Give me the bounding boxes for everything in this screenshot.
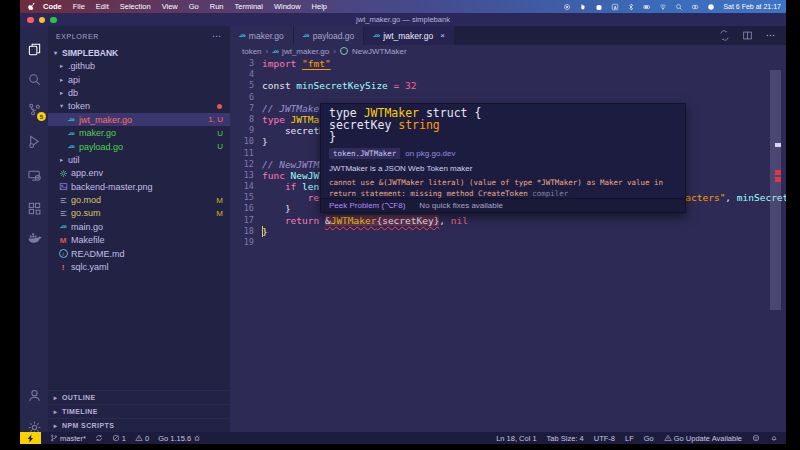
activity-account-icon[interactable] <box>20 382 48 408</box>
menu-item-file[interactable]: File <box>73 2 85 11</box>
status-go-1-15-6[interactable]: Go 1.15.6 <box>158 434 201 443</box>
tree-item-jwt-maker-go[interactable]: -∞jwt_maker.go1, U <box>48 113 230 126</box>
tab-maker-go[interactable]: -∞maker.go <box>230 26 294 45</box>
tree-item-util[interactable]: ▸util <box>48 153 230 166</box>
activity-search-icon[interactable] <box>20 66 48 92</box>
tab-jwt_maker-go[interactable]: -∞jwt_maker.go× <box>364 26 455 46</box>
line-number[interactable]: 8 <box>230 114 254 125</box>
status-0[interactable]: 0 <box>135 434 149 443</box>
menu-item-code[interactable]: Code <box>43 2 62 11</box>
activity-docker-icon[interactable] <box>20 224 48 250</box>
code-line-5[interactable]: 5const minSecretKeySize = 32 <box>230 80 786 91</box>
remote-indicator[interactable] <box>20 432 41 444</box>
status-smiley[interactable] <box>752 434 760 442</box>
menu-item-run[interactable]: Run <box>210 2 224 11</box>
line-number[interactable]: 15 <box>230 192 254 203</box>
tooltip-pkg-link[interactable]: on pkg.go.dev <box>405 149 455 158</box>
line-number[interactable]: 9 <box>230 125 254 136</box>
line-number[interactable]: 11 <box>230 148 254 159</box>
tree-item-payload-go[interactable]: -∞payload.goU <box>48 140 230 153</box>
tree-item-go-sum[interactable]: go.sumM <box>48 207 230 220</box>
tree-item-readme-md[interactable]: iREADME.md <box>48 247 230 260</box>
editor-scrollbar[interactable] <box>770 70 781 310</box>
section-outline[interactable]: ▸OUTLINE <box>48 390 230 404</box>
status-go[interactable]: Go <box>644 434 654 443</box>
status-1[interactable]: 1 <box>112 434 126 443</box>
breadcrumb-file[interactable]: jwt_maker.go <box>282 47 329 56</box>
activity-extensions-icon[interactable] <box>20 195 48 221</box>
code-editor[interactable]: 3import "fmt"45const minSecretKeySize = … <box>230 57 786 432</box>
line-number[interactable]: 7 <box>230 103 254 114</box>
minimize-window-button[interactable] <box>39 17 46 24</box>
status-master-[interactable]: master* <box>50 434 86 443</box>
line-number[interactable]: 12 <box>230 159 254 170</box>
tree-item-backend-master-png[interactable]: backend-master.png <box>48 180 230 193</box>
menu-item-edit[interactable]: Edit <box>96 2 109 11</box>
code-line-6[interactable]: 6 <box>230 92 786 103</box>
close-window-button[interactable] <box>27 17 34 24</box>
chevron-right-icon: ▸ <box>58 63 64 70</box>
open-changes-icon[interactable] <box>719 27 730 45</box>
code-line-18[interactable]: 18} <box>230 226 786 237</box>
code-line-3[interactable]: 3import "fmt" <box>230 58 786 69</box>
tree-item-main-go[interactable]: -∞main.go <box>48 220 230 233</box>
status-go-update-available[interactable]: Go Update Available <box>664 434 742 443</box>
line-number[interactable]: 3 <box>230 58 254 69</box>
activity-remote-explorer-icon[interactable] <box>20 162 48 188</box>
line-number[interactable]: 17 <box>230 215 254 226</box>
status-bell[interactable] <box>770 434 778 442</box>
menu-item-selection[interactable]: Selection <box>120 2 151 11</box>
status-sync[interactable] <box>95 434 103 442</box>
tree-item-db[interactable]: ▸db <box>48 86 230 99</box>
tree-item-token[interactable]: ▾token <box>48 100 230 113</box>
menu-item-view[interactable]: View <box>162 2 178 11</box>
section-timeline[interactable]: ▸TIMELINE <box>48 404 230 418</box>
explorer-more-actions-icon[interactable]: ⋯ <box>212 31 222 41</box>
status-ln-18-col-1[interactable]: Ln 18, Col 1 <box>496 434 536 443</box>
line-number[interactable]: 16 <box>230 203 254 214</box>
line-number[interactable]: 6 <box>230 92 254 103</box>
close-tab-icon[interactable]: × <box>440 31 445 40</box>
activity-explorer-icon[interactable] <box>20 36 48 62</box>
line-number[interactable]: 5 <box>230 80 254 91</box>
breadcrumb-folder[interactable]: token <box>242 47 262 56</box>
line-number[interactable]: 4 <box>230 69 254 80</box>
status-tab-size-4[interactable]: Tab Size: 4 <box>547 434 584 443</box>
tree-item-app-env[interactable]: app.env <box>48 167 230 180</box>
code-line-4[interactable]: 4 <box>230 69 786 80</box>
activity-run-and-debug-icon[interactable] <box>20 128 48 154</box>
status-bar: master*10Go 1.15.6 Ln 18, Col 1Tab Size:… <box>20 432 786 444</box>
zoom-window-button[interactable] <box>50 17 57 24</box>
tree-item-sqlc-yaml[interactable]: !sqlc.yaml <box>48 260 230 273</box>
status-lf[interactable]: LF <box>625 434 634 443</box>
split-editor-icon[interactable] <box>742 27 753 45</box>
menu-item-go[interactable]: Go <box>189 2 199 11</box>
activity-source-control-icon[interactable]: 5 <box>20 96 48 122</box>
line-number[interactable]: 19 <box>230 237 254 248</box>
tooltip-symbol-chip[interactable]: token.JWTMaker <box>329 148 400 159</box>
line-number[interactable]: 13 <box>230 170 254 181</box>
line-number[interactable]: 18 <box>230 226 254 237</box>
tree-item-go-mod[interactable]: go.modM <box>48 193 230 206</box>
explorer-title: EXPLORER <box>56 33 99 40</box>
line-number[interactable]: 10 <box>230 136 254 147</box>
code-line-17[interactable]: 17 return &JWTMaker{secretKey}, nil <box>230 215 786 226</box>
more-actions-icon[interactable] <box>765 27 776 45</box>
apple-menu-icon[interactable] <box>28 2 37 11</box>
tree-item-api[interactable]: ▸api <box>48 73 230 86</box>
tab-payload-go[interactable]: -∞payload.go <box>294 26 364 45</box>
git-status: U <box>217 142 223 151</box>
line-number[interactable]: 14 <box>230 181 254 192</box>
peek-problem-link[interactable]: Peek Problem (⌥F8) <box>329 201 405 210</box>
tree-item--github[interactable]: ▸.github <box>48 60 230 73</box>
tree-item-maker-go[interactable]: -∞maker.goU <box>48 126 230 139</box>
tree-item-makefile[interactable]: MMakefile <box>48 234 230 247</box>
project-root-row[interactable]: ▾ SIMPLEBANK <box>48 46 230 60</box>
breadcrumb[interactable]: token › -∞ jwt_maker.go › NewJWTMaker <box>230 45 786 57</box>
breadcrumb-symbol[interactable]: NewJWTMaker <box>352 47 407 56</box>
section-npm-scripts[interactable]: ▸NPM SCRIPTS <box>48 418 230 432</box>
code-line-19[interactable]: 19 <box>230 237 786 248</box>
status-utf-8[interactable]: UTF-8 <box>594 434 615 443</box>
hover-tooltip: type JWTMaker struct { secretKey string}… <box>320 103 686 213</box>
window-controls[interactable] <box>27 17 57 24</box>
